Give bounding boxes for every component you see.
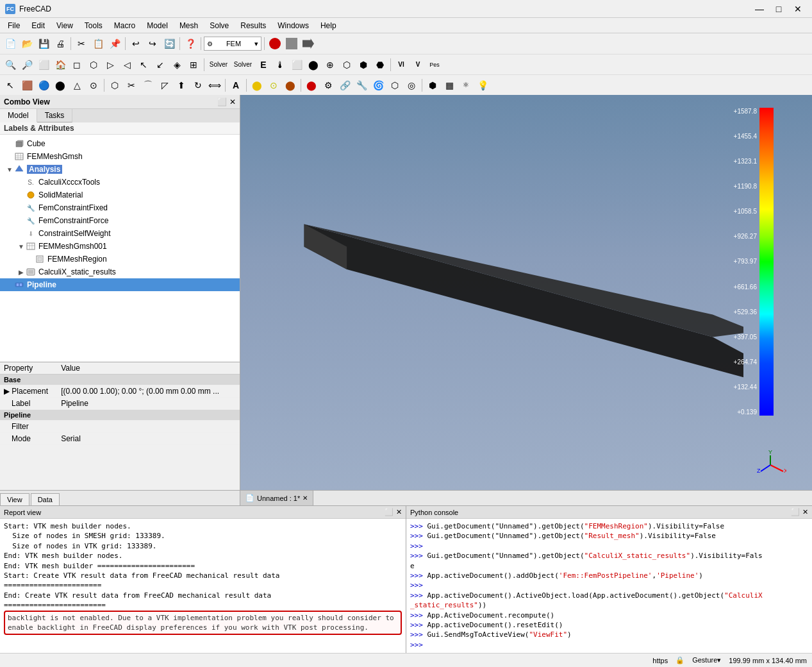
solver-btn2[interactable]: Solver [231,57,254,72]
force-button[interactable]: ⬤ [306,57,321,72]
python-float-btn[interactable]: ⬜ [791,508,800,516]
save-button[interactable]: 💾 [36,36,51,51]
mesh-btn3[interactable]: ⬣ [372,57,388,72]
menu-macro[interactable]: Macro [109,20,140,31]
expand-pipeline[interactable] [5,280,14,289]
expand-analysis[interactable]: ▼ [5,165,14,174]
v-button[interactable]: V [410,57,426,72]
report-float-btn[interactable]: ⬜ [385,508,394,516]
arrow-btn[interactable]: ↖ [3,78,18,93]
tab-model[interactable]: Model [0,109,37,122]
menu-mesh[interactable]: Mesh [174,20,203,31]
expand-fixed[interactable] [17,203,26,212]
expand-mesh001[interactable]: ▼ [17,242,26,251]
combo-float-btn[interactable]: ⬜ [217,97,227,106]
view-top-button[interactable]: ⬡ [86,57,101,72]
print-button[interactable]: 🖨 [53,36,68,51]
menu-tools[interactable]: Tools [79,20,108,31]
report-close-btn[interactable]: ✕ [396,508,402,516]
mirror-btn[interactable]: ⟺ [207,78,222,93]
thermo-button[interactable]: 🌡 [272,57,288,72]
tree-item-calculix-results[interactable]: ▶ CalculiX_static_results [0,266,240,278]
tree-item-femconstraintfixed[interactable]: 🔧 FemConstraintFixed [0,201,240,214]
help-button[interactable]: ❓ [183,36,198,51]
pattern-btn[interactable]: ⬢ [425,78,440,93]
tree-item-analysis[interactable]: ▼ Analysis [0,163,240,176]
prop-row-label[interactable]: Label Pipeline [0,398,240,410]
cut-button[interactable]: ✂ [74,36,89,51]
run-arrow-button[interactable] [301,36,316,51]
expand-calculix[interactable] [17,178,26,187]
view-home-button[interactable]: 🏠 [53,57,68,72]
sphere-btn[interactable]: 🔵 [36,78,51,93]
view3d-button[interactable]: ⬜ [36,57,51,72]
view-ortho-button[interactable]: ⊞ [186,57,201,72]
pressure-button[interactable]: ⬜ [289,57,304,72]
tree-item-pipeline[interactable]: Pipeline [0,278,240,291]
bool-btn[interactable]: ⬡ [107,78,122,93]
python-close-btn[interactable]: ✕ [802,508,808,516]
run-button[interactable] [267,36,283,51]
tree-item-solidmaterial[interactable]: SolidMaterial [0,189,240,201]
paste-button[interactable]: 📌 [107,36,122,51]
prop-row-mode[interactable]: Mode Serial [0,433,240,445]
report-content[interactable]: Start: VTK mesh builder nodes. Size of n… [0,519,406,653]
view-left-button[interactable]: ◁ [119,57,135,72]
tab-tasks[interactable]: Tasks [37,109,73,122]
viewport-tab-unnamed[interactable]: 📄 Unnamed : 1* ✕ [240,491,313,505]
new-button[interactable]: 📄 [3,36,18,51]
solver-btn1[interactable]: Solver [207,57,230,72]
cube-btn[interactable]: 🟫 [19,78,35,93]
tab-view[interactable]: View [0,493,29,505]
menu-model[interactable]: Model [142,20,173,31]
close-button[interactable]: ✕ [789,0,807,18]
zoom-box-button[interactable]: 🔎 [19,57,35,72]
view-front-button[interactable]: ◻ [69,57,85,72]
menu-solve[interactable]: Solve [204,20,234,31]
minimize-button[interactable]: — [750,0,768,18]
menu-windows[interactable]: Windows [272,20,314,31]
menu-file[interactable]: File [3,20,25,31]
tree-item-femmeshgmsh001[interactable]: ▼ FEMMeshGmsh001 [0,240,240,253]
chamfer-btn[interactable]: ◸ [157,78,172,93]
prop-row-filter[interactable]: Filter [0,421,240,433]
tree-item-femmeshgmsh[interactable]: FEMMeshGmsh [0,150,240,163]
undo-button[interactable]: ↩ [128,36,144,51]
refresh-button[interactable]: 🔄 [162,36,177,51]
text-btn[interactable]: A [228,78,244,93]
redo-button[interactable]: ↪ [145,36,160,51]
view-back-button[interactable]: ↖ [136,57,151,72]
array-btn[interactable]: ▦ [442,78,457,93]
viewport-tab-close-btn[interactable]: ✕ [302,494,308,502]
menu-help[interactable]: Help [315,20,342,31]
ball-btn[interactable]: ⬤ [249,78,265,93]
view-bottom-button[interactable]: ↙ [153,57,168,72]
crank-btn[interactable]: ⬡ [387,78,402,93]
tab-data[interactable]: Data [31,493,60,505]
expand-mesh[interactable] [5,152,14,161]
tree-item-femmeshregion[interactable]: FEMMeshRegion [0,253,240,266]
cone-btn[interactable]: △ [69,78,85,93]
torus-btn[interactable]: ⊙ [86,78,101,93]
special-btn[interactable]: ⚛ [458,78,474,93]
expand-region[interactable] [26,255,35,264]
view-perspective-button[interactable]: ◈ [169,57,185,72]
cyl-btn[interactable]: ⬤ [53,78,68,93]
expand-solid[interactable] [17,190,26,199]
lamp-btn[interactable]: 💡 [475,78,490,93]
stop-button[interactable] [284,36,299,51]
view-right-button[interactable]: ▷ [103,57,118,72]
expand-results[interactable]: ▶ [17,267,26,276]
spring-btn[interactable]: 🌀 [370,78,386,93]
pes-button[interactable]: Pes [427,57,442,72]
vi-button[interactable]: VI [394,57,409,72]
expand-placement[interactable]: ▶ [4,387,10,396]
ring-btn[interactable]: ⊙ [266,78,281,93]
tree-item-cube[interactable]: Cube [0,137,240,150]
tree-item-femconstraintforce[interactable]: 🔧 FemConstraintForce [0,214,240,227]
workbench-dropdown[interactable]: ⚙ FEM ▾ [204,37,261,51]
maximize-button[interactable]: □ [770,0,788,18]
menu-view[interactable]: View [51,20,78,31]
mesh-btn1[interactable]: ⬡ [339,57,354,72]
viewport[interactable]: +1587.8 +1455.4 +1323.1 +1190.8 +1058.5 … [240,95,812,505]
